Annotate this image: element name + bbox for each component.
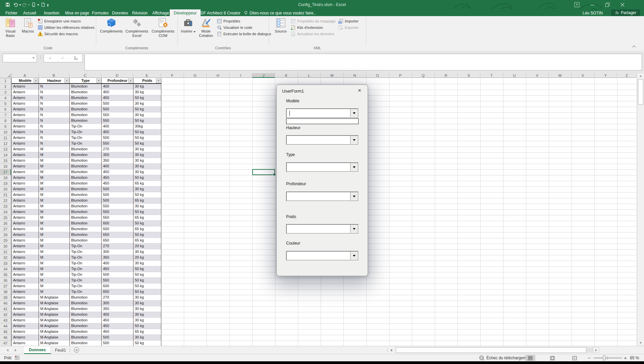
cell[interactable]: Blumotion (70, 209, 102, 215)
cell[interactable]: 400 (102, 261, 133, 266)
cell[interactable]: Tip-On (70, 261, 102, 266)
cell[interactable]: N (39, 141, 70, 147)
column-header-B[interactable]: B (39, 73, 69, 78)
new-sheet-icon[interactable]: + (74, 347, 79, 353)
table-header-Hauteur[interactable]: Hauteur (39, 78, 70, 84)
cell[interactable]: Tip-On (70, 141, 102, 147)
cell[interactable]: 270 (102, 295, 133, 301)
combobox-dropdown-icon[interactable] (350, 225, 358, 233)
table-header-Profondeur[interactable]: Profondeur (102, 78, 133, 84)
userform-combobox-poids[interactable] (286, 224, 358, 233)
cell[interactable]: M Anglaise (39, 312, 70, 318)
account-user-name[interactable]: Léo SOTIN (583, 11, 603, 15)
cell[interactable]: 30 kg (133, 306, 161, 312)
hscroll-left-icon[interactable] (390, 349, 392, 352)
row-header-15[interactable]: 15 (0, 158, 11, 164)
cell[interactable]: 500 (102, 335, 133, 341)
cell[interactable]: 30 kg (133, 312, 161, 318)
cell[interactable]: 50 kg (133, 289, 161, 295)
filter-dropdown-icon[interactable] (156, 79, 160, 83)
row-header-43[interactable]: 43 (0, 318, 11, 323)
cell[interactable]: 65 kg (133, 215, 161, 221)
cell[interactable]: Tip-On (70, 124, 102, 129)
row-header-36[interactable]: 36 (0, 278, 11, 283)
cell[interactable]: M Anglaise (39, 335, 70, 341)
cell[interactable]: Blumotion (70, 95, 102, 101)
column-header-S[interactable]: S (458, 73, 480, 78)
cell[interactable]: Tip-On (70, 249, 102, 255)
cell[interactable]: Antarro (12, 175, 39, 181)
cell[interactable]: Antarro (12, 147, 39, 152)
add-ins-button[interactable]: Compléments (99, 17, 123, 34)
cell[interactable]: 65 kg (133, 226, 161, 232)
cell[interactable]: M (39, 278, 70, 283)
column-header-M[interactable]: M (321, 73, 343, 78)
cell[interactable]: M (39, 209, 70, 215)
cell[interactable]: Antarro (12, 278, 39, 283)
cell[interactable]: 450 (102, 181, 133, 187)
cell[interactable]: Blumotion (70, 164, 102, 169)
ribbon-display-options-icon[interactable] (574, 2, 580, 7)
row-header-23[interactable]: 23 (0, 204, 11, 209)
row-header-7[interactable]: 7 (0, 112, 11, 118)
cell[interactable]: 50 kg (133, 118, 161, 124)
cell[interactable]: Antarro (12, 124, 39, 129)
filter-dropdown-icon[interactable] (128, 79, 132, 83)
cell[interactable]: Antarro (12, 323, 39, 329)
cell[interactable]: M (39, 198, 70, 204)
cell[interactable]: M (39, 272, 70, 278)
cell[interactable]: 450 (102, 169, 133, 175)
sheet-nav-right-icon[interactable] (15, 349, 16, 352)
row-header-33[interactable]: 33 (0, 261, 11, 266)
name-box-dropdown-icon[interactable] (33, 57, 35, 59)
cell[interactable]: 600 (102, 283, 133, 289)
cell[interactable]: 30kg (133, 124, 161, 129)
column-header-R[interactable]: R (435, 73, 458, 78)
cell[interactable]: M Anglaise (39, 301, 70, 306)
cell[interactable]: 50 kg (133, 107, 161, 112)
cell[interactable]: 650 (102, 289, 133, 295)
cell[interactable]: 30 kg (133, 112, 161, 118)
cell[interactable]: Antarro (12, 226, 39, 232)
cell[interactable]: Antarro (12, 209, 39, 215)
cell[interactable]: 450 (102, 95, 133, 101)
share-button[interactable]: Partager (611, 9, 640, 16)
cell[interactable]: 300 (102, 301, 133, 306)
cell[interactable]: 500 (102, 272, 133, 278)
view-page-layout-button[interactable] (547, 355, 557, 361)
selected-cell-J17[interactable] (252, 169, 275, 175)
cell[interactable]: Blumotion (70, 107, 102, 112)
cell[interactable]: 500 (102, 187, 133, 192)
cell[interactable]: 500 (102, 101, 133, 107)
cell[interactable]: 50 kg (133, 141, 161, 147)
minimize-icon[interactable] (590, 2, 595, 7)
cell[interactable]: Antarro (12, 244, 39, 249)
row-header-34[interactable]: 34 (0, 266, 11, 272)
cell[interactable]: 30 kg (133, 169, 161, 175)
cell[interactable]: N (39, 129, 70, 135)
cell[interactable]: Antarro (12, 164, 39, 169)
cell[interactable]: 50 kg (133, 175, 161, 181)
tab-accueil[interactable]: Accueil (19, 9, 40, 16)
cell[interactable]: 270 (102, 147, 133, 152)
table-header-Modèle[interactable]: Modèle (12, 78, 39, 84)
filter-dropdown-icon[interactable] (34, 79, 38, 83)
cell[interactable]: M (39, 289, 70, 295)
cell[interactable]: Blumotion (70, 335, 102, 341)
column-header-D[interactable]: D (101, 73, 133, 78)
xml-source-button[interactable]: Source (272, 17, 289, 34)
row-header-20[interactable]: 20 (0, 187, 11, 192)
cell[interactable]: 50 kg (133, 95, 161, 101)
cell[interactable]: 350 (102, 255, 133, 261)
row-header-11[interactable]: 11 (0, 135, 11, 141)
macro-record-icon[interactable] (15, 356, 19, 360)
row-header-45[interactable]: 45 (0, 329, 11, 335)
cell[interactable]: 500 (102, 107, 133, 112)
cell[interactable]: 30 kg (133, 90, 161, 95)
cell[interactable]: 650 (102, 232, 133, 238)
excel-add-ins-button[interactable]: Compléments Excel (124, 17, 150, 38)
cell[interactable]: Antarro (12, 84, 39, 90)
cell[interactable]: M (39, 187, 70, 192)
name-box[interactable] (3, 54, 37, 62)
row-header-10[interactable]: 10 (0, 129, 11, 135)
